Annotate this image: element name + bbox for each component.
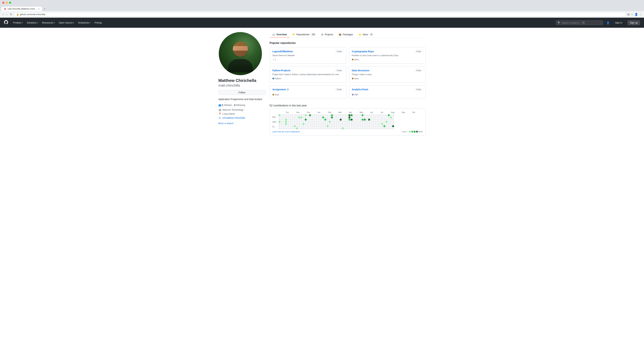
contribution-cell [327,116,328,118]
contribution-cell [327,123,328,125]
contribution-cell [294,127,296,129]
contribution-cell [307,116,309,118]
contribution-cell [357,119,359,121]
learn-more-link[interactable]: Learn how we count contributions [272,131,300,133]
contribution-cell [362,125,364,127]
repo-footer: Java [272,93,344,96]
window-maximize-button[interactable] [9,2,11,4]
profile-icon[interactable]: 👤 [634,13,638,16]
repo-footer: Python [272,77,344,80]
contribution-cell [377,127,379,129]
sign-in-button[interactable]: Sign in [613,20,624,25]
contribution-cell [292,121,294,123]
repo-name[interactable]: AnalyticsTools [352,88,368,91]
tab-projects[interactable]: ⊞ Projects [318,32,336,37]
nav-pricing[interactable]: Pricing [93,20,104,25]
repo-footer: Java [352,58,423,61]
browser-toolbar-icons: ⊞ ☆ 👤 ⋮ [627,13,642,16]
nav-product[interactable]: Product ▾ [12,20,24,25]
repo-name[interactable]: Assignment_3 [272,88,288,91]
tab-packages[interactable]: 📦 Packages [336,32,356,37]
window-minimize-button[interactable] [6,2,8,4]
address-bar[interactable]: 🔒 [14,12,626,16]
new-tab-button[interactable]: + [42,7,47,11]
contribution-cell [305,119,306,121]
extensions-icon[interactable]: ⊞ [627,13,630,16]
contribution-cell [318,114,320,116]
contribution-cell [314,114,315,116]
contribution-cell [322,123,324,125]
follow-button[interactable]: Follow [218,90,266,95]
user-avatar-icon[interactable]: 👤 [606,21,610,24]
contribution-cell [316,127,318,129]
menu-icon[interactable]: ⋮ [639,13,642,16]
contribution-cell [392,116,394,118]
contribution-cell [318,125,320,127]
contribution-cell [324,123,326,125]
avatar [218,32,262,75]
contribution-cell [346,123,348,125]
linkedin-url[interactable]: in/matthew-chirichella [222,116,245,119]
repo-name[interactable]: Python-Projects [272,69,290,72]
repo-name[interactable]: Data-Structures [352,69,370,72]
tab-close-button[interactable]: ✕ [38,8,40,10]
nav-solutions[interactable]: Solutions ▾ [25,20,40,25]
contribution-cell [305,125,306,127]
address-input[interactable] [20,13,624,16]
contribution-cell [316,121,318,123]
contribution-cell [290,114,291,116]
browser-tab-active[interactable]: 🐙 matt-chinchilla (Matthew Chiric... ✕ [1,7,42,11]
contribution-cell [298,127,300,129]
browser-controls: ‹ › ↻ 🔒 ⊞ ☆ 👤 ⋮ [0,11,644,18]
following-count[interactable]: 4 [234,104,235,106]
tab-repositories[interactable]: 📁 Repositories 10 [290,32,318,37]
nav-open-source[interactable]: Open Source ▾ [57,20,76,25]
nav-resources[interactable]: Resources ▾ [40,20,56,25]
search-icon: 🔍 [558,21,560,24]
repo-icon: 📁 [292,33,295,36]
window-close-button[interactable] [2,2,4,4]
forward-button[interactable]: › [6,12,8,17]
contribution-cell [381,127,383,129]
contribution-cell [311,125,313,127]
contribution-cell [309,125,311,127]
contribution-cell [314,116,315,118]
back-button[interactable]: ‹ [2,12,4,17]
location-value: Long Island [222,112,235,115]
window-controls [0,0,644,5]
language-dot-icon [352,94,354,95]
contribution-cell [331,116,333,118]
github-logo[interactable] [4,20,8,25]
repos-grid: LegendOfMatthew Public Game Demo for Web… [270,47,426,99]
search-bar[interactable]: 🔍 Search or jump to... / [556,20,603,25]
nav-enterprise[interactable]: Enterprise ▾ [76,20,92,25]
repo-name[interactable]: Cryptography-Repo [352,50,374,53]
contribution-cell [322,119,324,121]
contribution-cell [296,114,298,116]
tab-stars[interactable]: ⭐ Stars 2 [356,32,376,37]
repo-name[interactable]: LegendOfMatthew [272,50,293,53]
tab-overview[interactable]: 📖 Overview [270,32,290,37]
contribution-cell [302,114,304,116]
project-icon: ⊞ [321,33,323,36]
block-report-link[interactable]: Block or Report [218,122,234,125]
contribution-cell [298,119,300,121]
contribution-cell [381,114,383,116]
sign-up-button[interactable]: Sign up [628,20,640,25]
language-dot-icon [272,78,274,79]
contribution-cell [379,116,381,118]
contribution-cell [348,119,350,121]
month-mar: Mar [338,111,349,113]
profile-tabs: 📖 Overview 📁 Repositories 10 ⊞ Projects … [270,32,426,37]
linkedin-item[interactable]: in in/matthew-chirichella [218,116,266,119]
bookmark-icon[interactable]: ☆ [631,13,633,16]
contribution-cell [351,125,352,127]
reload-button[interactable]: ↻ [9,12,13,17]
contribution-cell [379,119,381,121]
contribution-cell [300,123,302,125]
contribution-cell [327,127,328,129]
contribution-cell [324,121,326,123]
contribution-cell [353,127,355,129]
followers-count[interactable]: 1 [222,104,223,106]
contribution-cell [292,114,294,116]
